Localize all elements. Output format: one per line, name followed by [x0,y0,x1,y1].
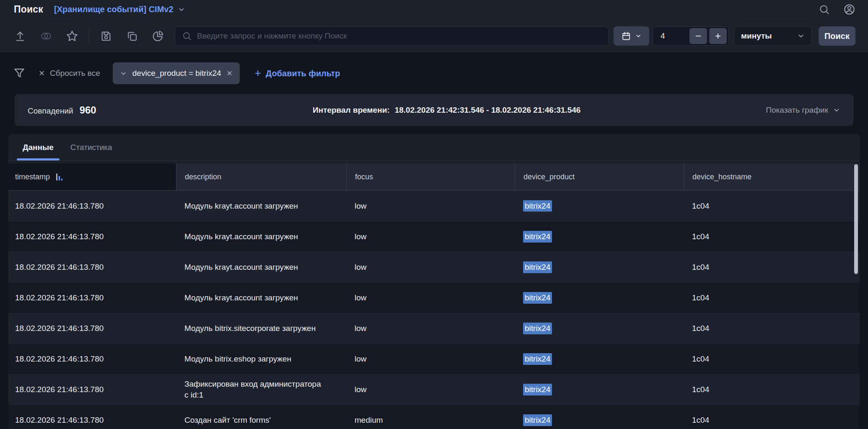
interval-unit-select[interactable]: минуты [734,26,812,46]
tab-statistics[interactable]: Статистика [65,134,118,160]
table-row[interactable]: 18.02.2026 21:46:13.780Модуль krayt.acco… [8,221,860,252]
add-filter-button[interactable]: + Добавить фильтр [255,68,340,78]
sort-icon[interactable] [56,173,62,181]
cell-focus: low [346,283,515,313]
cell-device_product: bitrix24 [515,252,684,282]
table-row[interactable]: 18.02.2026 21:46:13.780Модуль krayt.acco… [8,282,860,313]
cell-device_hostname: 1c04 [684,375,860,405]
interval-range: 18.02.2026 21:42:31.546 - 18.02.2026 21:… [395,106,581,115]
calendar-icon [621,31,631,41]
cell-timestamp: 18.02.2026 21:46:13.780 [8,191,176,221]
global-search-icon[interactable] [818,3,830,16]
cell-description: Модуль krayt.account загружен [176,222,346,252]
cell-focus: low [346,375,515,405]
cell-device_hostname: 1c04 [684,283,860,313]
cell-timestamp: 18.02.2026 21:46:13.780 [8,375,176,405]
chevron-down-icon [797,32,805,40]
interval-label: Интервал времени: [313,106,390,115]
reset-all-label: Сбросить все [50,69,100,78]
chevron-down-icon [635,33,642,39]
time-interval: Интервал времени: 18.02.2026 21:42:31.54… [313,95,580,125]
table-header: timestamp description focus device_produ… [8,163,860,191]
table-row[interactable]: 18.02.2026 21:46:13.780Модуль bitrix.sit… [8,313,860,344]
interval-value-input[interactable] [661,31,686,41]
cell-device_product: bitrix24 [515,344,684,374]
filter-chip[interactable]: device_product = bitrix24 ✕ [113,62,240,84]
favorite-star-icon[interactable] [65,28,80,44]
highlighted-match: bitrix24 [523,200,552,212]
close-icon: ✕ [39,70,45,77]
column-header-focus[interactable]: focus [346,163,515,190]
chevron-down-icon[interactable] [120,70,127,77]
cell-focus: low [346,252,515,282]
tab-label: Данные [23,143,54,152]
cell-device_hostname: 1c04 [684,313,860,344]
export-icon[interactable] [13,28,28,44]
table-row[interactable]: 18.02.2026 21:46:13.780Зафиксирован вход… [8,374,860,405]
filter-bar: ✕ Сбросить все device_product = bitrix24… [0,52,868,94]
pie-chart-icon[interactable] [150,28,166,44]
table-scrollbar-thumb[interactable] [854,164,858,274]
storage-selector[interactable]: [Хранилище событий] CIMv2 [54,5,185,14]
filter-chip-label: device_product = bitrix24 [132,69,221,78]
cell-description: Зафиксирован вход администратора с id:1 [176,375,346,405]
query-toolbar: − + минуты Поиск [0,20,868,52]
query-input[interactable] [197,31,601,41]
filter-funnel-icon[interactable] [13,67,26,80]
increment-button[interactable]: + [709,28,727,44]
tab-data[interactable]: Данные [17,134,60,160]
tab-label: Статистика [70,143,112,152]
cell-timestamp: 18.02.2026 21:46:13.780 [8,252,176,282]
cell-description: Модуль krayt.account загружен [176,191,346,221]
cell-focus: low [346,222,515,252]
summary-bar: Совпадений 960 Интервал времени: 18.02.2… [15,94,853,126]
matches-count: 960 [80,104,96,116]
cell-device_product: bitrix24 [515,375,684,405]
cell-device_product: bitrix24 [515,313,684,344]
cell-device_hostname: 1c04 [684,252,860,282]
search-icon [182,31,192,41]
topbar-actions [818,3,855,16]
interval-stepper: − + [653,26,729,46]
column-header-device-hostname[interactable]: device_hostname [684,163,860,190]
copy-icon[interactable] [124,28,140,44]
top-bar: Поиск [Хранилище событий] CIMv2 [0,0,868,19]
table-row[interactable]: 18.02.2026 21:46:13.780Модуль krayt.acco… [8,252,860,282]
cell-timestamp: 18.02.2026 21:46:13.780 [8,283,176,313]
column-header-description[interactable]: description [176,163,346,190]
table-body: 18.02.2026 21:46:13.780Модуль krayt.acco… [8,191,860,429]
column-header-device-product[interactable]: device_product [515,163,684,190]
cell-timestamp: 18.02.2026 21:46:13.780 [8,405,176,429]
matches-label: Совпадений [28,106,73,116]
table-row[interactable]: 18.02.2026 21:46:13.780Создан сайт 'crm … [8,405,860,429]
cell-description: Модуль bitrix.sitecorporate загружен [176,313,346,344]
highlighted-match: bitrix24 [523,292,552,304]
cell-device_hostname: 1c04 [684,405,860,429]
cell-timestamp: 18.02.2026 21:46:13.780 [8,344,176,374]
search-button[interactable]: Поиск [819,26,855,46]
active-tab-underline [17,158,60,160]
highlighted-match: bitrix24 [523,414,552,426]
decrement-button[interactable]: − [689,28,707,44]
remove-filter-icon[interactable]: ✕ [227,69,233,78]
calendar-picker-button[interactable] [614,26,649,46]
highlighted-match: bitrix24 [523,231,552,243]
cell-description: Модуль krayt.account загружен [176,283,346,313]
cell-device_product: bitrix24 [515,405,684,429]
column-header-timestamp[interactable]: timestamp [8,163,176,190]
cell-timestamp: 18.02.2026 21:46:13.780 [8,222,176,252]
table-row[interactable]: 18.02.2026 21:46:13.780Модуль bitrix.esh… [8,344,860,374]
storage-selector-label: [Хранилище событий] CIMv2 [54,5,174,14]
cell-device_product: bitrix24 [515,222,684,252]
cell-device_hostname: 1c04 [684,191,860,221]
chevron-down-icon [178,6,185,13]
show-chart-toggle[interactable]: Показать график [766,106,840,115]
highlighted-match: bitrix24 [523,353,552,365]
cell-device_product: bitrix24 [515,191,684,221]
user-account-icon[interactable] [843,3,855,16]
compare-icon[interactable] [39,28,54,44]
reset-all-filters[interactable]: ✕ Сбросить все [39,69,100,78]
table-row[interactable]: 18.02.2026 21:46:13.780Модуль krayt.acco… [8,191,860,221]
cell-focus: low [346,344,515,374]
save-icon[interactable] [98,28,114,44]
